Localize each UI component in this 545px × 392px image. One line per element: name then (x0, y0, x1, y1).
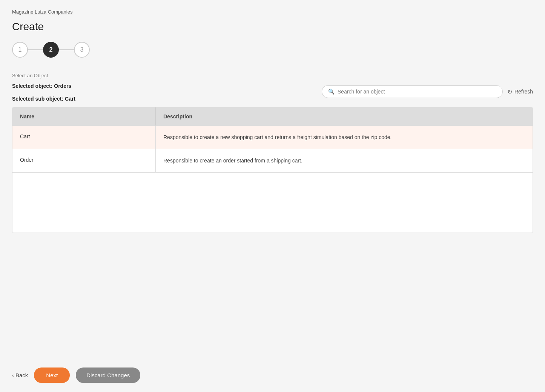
col-desc-header: Description (156, 107, 533, 126)
selected-object-label: Selected object: Orders (12, 83, 75, 89)
row-name-cart: Cart (12, 126, 156, 149)
col-name-header: Name (12, 107, 156, 126)
info-row: Selected object: Orders Selected sub obj… (12, 83, 533, 105)
table-header: Name Description (12, 107, 533, 126)
row-desc-order: Responsible to create an order started f… (156, 149, 533, 172)
selected-sub-object-label: Selected sub object: Cart (12, 96, 75, 102)
step-2[interactable]: 2 (43, 42, 59, 58)
step-line-2 (59, 49, 74, 50)
breadcrumb[interactable]: Magazine Luiza Companies (12, 9, 533, 15)
stepper: 1 2 3 (12, 42, 533, 58)
section-label: Select an Object (12, 73, 533, 78)
search-refresh-row: 🔍 ↻ Refresh (322, 85, 533, 98)
bottom-bar: ‹ Back Next Discard Changes (0, 358, 545, 392)
table-container: Name Description Cart Responsible to cre… (12, 107, 533, 233)
back-chevron-icon: ‹ (12, 372, 14, 378)
search-box: 🔍 (322, 85, 503, 98)
search-input[interactable] (338, 89, 496, 95)
next-button[interactable]: Next (34, 368, 70, 383)
table-row[interactable]: Order Responsible to create an order sta… (12, 149, 533, 172)
page-title: Create (12, 21, 533, 33)
back-label: Back (15, 372, 28, 378)
row-name-order: Order (12, 149, 156, 172)
table-empty-area (12, 172, 533, 233)
search-icon: 🔍 (328, 89, 335, 95)
refresh-label: Refresh (514, 89, 533, 95)
selected-info-left: Selected object: Orders Selected sub obj… (12, 83, 75, 105)
discard-button[interactable]: Discard Changes (76, 368, 140, 383)
row-desc-cart: Responsible to create a new shopping car… (156, 126, 533, 149)
page-container: Magazine Luiza Companies Create 1 2 3 Se… (0, 0, 545, 254)
refresh-button[interactable]: ↻ Refresh (507, 88, 533, 95)
step-3[interactable]: 3 (74, 42, 90, 58)
table-row[interactable]: Cart Responsible to create a new shoppin… (12, 126, 533, 149)
step-1[interactable]: 1 (12, 42, 28, 58)
back-button[interactable]: ‹ Back (12, 372, 28, 378)
refresh-icon: ↻ (507, 88, 512, 95)
step-line-1 (28, 49, 43, 50)
